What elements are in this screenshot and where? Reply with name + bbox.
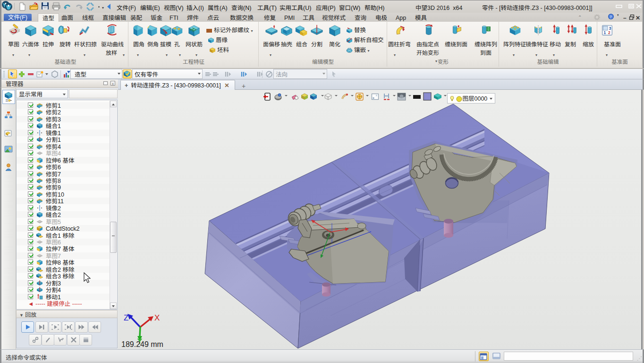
- svg-text:?: ?: [610, 15, 611, 19]
- svg-text:X: X: [154, 313, 160, 322]
- svg-text:189.249 mm: 189.249 mm: [121, 338, 163, 349]
- svg-text:2: 2: [608, 30, 610, 35]
- svg-text:Z: Z: [124, 313, 128, 322]
- svg-text:1: 1: [604, 30, 606, 35]
